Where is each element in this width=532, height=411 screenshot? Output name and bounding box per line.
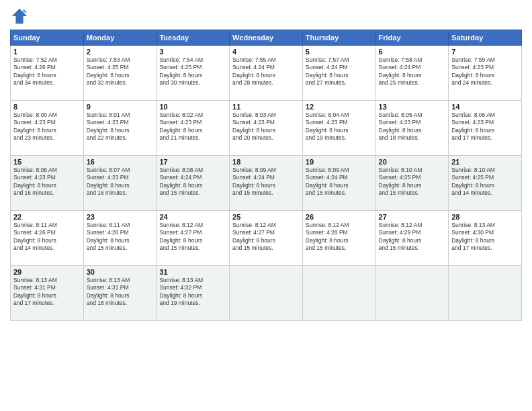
calendar-week-4: 29Sunrise: 8:13 AMSunset: 4:31 PMDayligh… [11, 266, 522, 321]
day-info: Sunrise: 8:08 AMSunset: 4:24 PMDaylight:… [159, 167, 226, 197]
col-wednesday: Wednesday [230, 30, 303, 46]
calendar-cell-empty [449, 266, 522, 321]
day-info: Sunrise: 8:12 AMSunset: 4:27 PMDaylight:… [232, 222, 300, 253]
calendar-cell-5: 5Sunrise: 7:57 AMSunset: 4:24 PMDaylight… [302, 46, 375, 101]
calendar-week-1: 8Sunrise: 8:00 AMSunset: 4:23 PMDaylight… [11, 101, 522, 156]
day-number: 7 [451, 48, 519, 56]
calendar-cell-9: 9Sunrise: 8:01 AMSunset: 4:23 PMDaylight… [83, 101, 157, 156]
calendar-cell-10: 10Sunrise: 8:02 AMSunset: 4:23 PMDayligh… [157, 101, 230, 156]
day-info: Sunrise: 8:09 AMSunset: 4:24 PMDaylight:… [306, 167, 373, 197]
day-info: Sunrise: 8:00 AMSunset: 4:23 PMDaylight:… [13, 111, 81, 142]
calendar-cell-13: 13Sunrise: 8:05 AMSunset: 4:23 PMDayligh… [375, 101, 449, 156]
calendar-cell-16: 16Sunrise: 8:07 AMSunset: 4:23 PMDayligh… [83, 156, 157, 211]
day-number: 18 [232, 158, 300, 166]
day-number: 30 [87, 268, 154, 276]
day-number: 24 [159, 213, 226, 221]
day-number: 2 [87, 48, 154, 56]
day-info: Sunrise: 8:06 AMSunset: 4:23 PMDaylight:… [13, 167, 81, 197]
day-info: Sunrise: 7:58 AMSunset: 4:24 PMDaylight:… [379, 56, 446, 87]
day-number: 17 [159, 158, 226, 166]
day-info: Sunrise: 8:09 AMSunset: 4:24 PMDaylight:… [232, 167, 300, 197]
day-info: Sunrise: 8:02 AMSunset: 4:23 PMDaylight:… [159, 111, 226, 142]
calendar-cell-29: 29Sunrise: 8:13 AMSunset: 4:31 PMDayligh… [11, 266, 84, 321]
day-info: Sunrise: 8:12 AMSunset: 4:28 PMDaylight:… [306, 222, 373, 253]
day-number: 13 [379, 103, 446, 111]
day-info: Sunrise: 8:12 AMSunset: 4:27 PMDaylight:… [159, 222, 226, 253]
calendar-cell-31: 31Sunrise: 8:13 AMSunset: 4:32 PMDayligh… [157, 266, 230, 321]
calendar-cell-2: 2Sunrise: 7:53 AMSunset: 4:25 PMDaylight… [83, 46, 157, 101]
calendar-cell-19: 19Sunrise: 8:09 AMSunset: 4:24 PMDayligh… [302, 156, 375, 211]
day-info: Sunrise: 7:52 AMSunset: 4:26 PMDaylight:… [13, 56, 81, 87]
calendar-cell-17: 17Sunrise: 8:08 AMSunset: 4:24 PMDayligh… [157, 156, 230, 211]
col-monday: Monday [83, 30, 157, 46]
day-number: 9 [87, 103, 154, 111]
calendar-cell-empty [230, 266, 303, 321]
col-thursday: Thursday [302, 30, 375, 46]
day-info: Sunrise: 8:01 AMSunset: 4:23 PMDaylight:… [87, 111, 154, 142]
day-number: 25 [232, 213, 300, 221]
day-number: 20 [379, 158, 446, 166]
calendar-cell-26: 26Sunrise: 8:12 AMSunset: 4:28 PMDayligh… [302, 211, 375, 266]
calendar-cell-15: 15Sunrise: 8:06 AMSunset: 4:23 PMDayligh… [11, 156, 84, 211]
day-info: Sunrise: 8:12 AMSunset: 4:29 PMDaylight:… [379, 222, 446, 253]
calendar-cell-empty [302, 266, 375, 321]
svg-marker-1 [24, 9, 28, 13]
day-info: Sunrise: 8:13 AMSunset: 4:32 PMDaylight:… [159, 277, 226, 308]
day-number: 14 [451, 103, 519, 111]
day-info: Sunrise: 8:07 AMSunset: 4:23 PMDaylight:… [87, 167, 154, 197]
page: Sunday Monday Tuesday Wednesday Thursday… [0, 0, 532, 411]
calendar-cell-25: 25Sunrise: 8:12 AMSunset: 4:27 PMDayligh… [230, 211, 303, 266]
calendar-cell-12: 12Sunrise: 8:04 AMSunset: 4:23 PMDayligh… [302, 101, 375, 156]
calendar-cell-14: 14Sunrise: 8:06 AMSunset: 4:23 PMDayligh… [449, 101, 522, 156]
calendar-cell-4: 4Sunrise: 7:55 AMSunset: 4:24 PMDaylight… [230, 46, 303, 101]
calendar-cell-21: 21Sunrise: 8:10 AMSunset: 4:25 PMDayligh… [449, 156, 522, 211]
day-number: 31 [159, 268, 226, 276]
calendar-cell-24: 24Sunrise: 8:12 AMSunset: 4:27 PMDayligh… [157, 211, 230, 266]
logo [10, 7, 32, 26]
calendar-week-3: 22Sunrise: 8:11 AMSunset: 4:26 PMDayligh… [11, 211, 522, 266]
col-tuesday: Tuesday [157, 30, 230, 46]
calendar-cell-27: 27Sunrise: 8:12 AMSunset: 4:29 PMDayligh… [375, 211, 449, 266]
day-number: 11 [232, 103, 300, 111]
calendar-week-2: 15Sunrise: 8:06 AMSunset: 4:23 PMDayligh… [11, 156, 522, 211]
calendar-table: Sunday Monday Tuesday Wednesday Thursday… [10, 30, 522, 321]
day-number: 6 [379, 48, 446, 56]
day-info: Sunrise: 8:11 AMSunset: 4:26 PMDaylight:… [87, 222, 154, 253]
calendar-cell-6: 6Sunrise: 7:58 AMSunset: 4:24 PMDaylight… [375, 46, 449, 101]
col-saturday: Saturday [449, 30, 522, 46]
col-friday: Friday [375, 30, 449, 46]
day-info: Sunrise: 8:13 AMSunset: 4:31 PMDaylight:… [13, 277, 81, 308]
day-number: 12 [306, 103, 373, 111]
calendar-cell-30: 30Sunrise: 8:13 AMSunset: 4:31 PMDayligh… [83, 266, 157, 321]
day-number: 22 [13, 213, 81, 221]
day-number: 1 [13, 48, 81, 56]
calendar-cell-1: 1Sunrise: 7:52 AMSunset: 4:26 PMDaylight… [11, 46, 84, 101]
day-number: 3 [159, 48, 226, 56]
day-number: 27 [379, 213, 446, 221]
day-number: 10 [159, 103, 226, 111]
calendar-cell-3: 3Sunrise: 7:54 AMSunset: 4:25 PMDaylight… [157, 46, 230, 101]
calendar-cell-empty [375, 266, 449, 321]
calendar-week-0: 1Sunrise: 7:52 AMSunset: 4:26 PMDaylight… [11, 46, 522, 101]
logo-icon [10, 7, 29, 26]
calendar-cell-8: 8Sunrise: 8:00 AMSunset: 4:23 PMDaylight… [11, 101, 84, 156]
calendar-cell-28: 28Sunrise: 8:13 AMSunset: 4:30 PMDayligh… [449, 211, 522, 266]
col-sunday: Sunday [11, 30, 84, 46]
day-info: Sunrise: 8:10 AMSunset: 4:25 PMDaylight:… [451, 167, 519, 197]
calendar-header-row: Sunday Monday Tuesday Wednesday Thursday… [11, 30, 522, 46]
day-info: Sunrise: 7:57 AMSunset: 4:24 PMDaylight:… [306, 56, 373, 87]
day-info: Sunrise: 7:53 AMSunset: 4:25 PMDaylight:… [87, 56, 154, 87]
day-info: Sunrise: 8:13 AMSunset: 4:30 PMDaylight:… [451, 222, 519, 253]
day-number: 28 [451, 213, 519, 221]
day-number: 5 [306, 48, 373, 56]
calendar-cell-23: 23Sunrise: 8:11 AMSunset: 4:26 PMDayligh… [83, 211, 157, 266]
day-info: Sunrise: 8:11 AMSunset: 4:26 PMDaylight:… [13, 222, 81, 253]
day-info: Sunrise: 8:05 AMSunset: 4:23 PMDaylight:… [379, 111, 446, 142]
day-number: 21 [451, 158, 519, 166]
day-number: 23 [87, 213, 154, 221]
header [10, 7, 522, 26]
day-info: Sunrise: 8:03 AMSunset: 4:23 PMDaylight:… [232, 111, 300, 142]
day-number: 4 [232, 48, 300, 56]
day-info: Sunrise: 8:10 AMSunset: 4:25 PMDaylight:… [379, 167, 446, 197]
calendar-cell-20: 20Sunrise: 8:10 AMSunset: 4:25 PMDayligh… [375, 156, 449, 211]
